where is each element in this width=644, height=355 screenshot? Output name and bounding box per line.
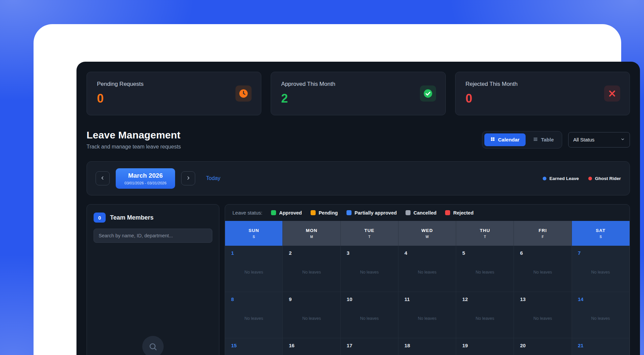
x-icon [604,85,620,102]
calendar-day-cell[interactable]: 17No leaves [341,338,398,355]
status-label: Pending [319,210,338,216]
day-label: SAT [596,228,605,233]
chevron-left-icon [100,175,105,182]
date-number: 6 [520,250,571,256]
calendar-day-cell[interactable]: 20No leaves [514,338,572,355]
legend-item-ghost-rider: Ghost Rider [588,176,621,181]
current-month-button[interactable]: March 2026 03/01/2026 - 03/31/2026 [116,168,175,189]
no-leaves-label: No leaves [283,270,340,275]
stat-value: 0 [97,92,251,106]
stat-card-pending: Pending Requests 0 [87,72,261,115]
app-window: Pending Requests 0 Approved This Month 2… [76,62,640,355]
calendar-day-cell[interactable]: 5No leaves [456,246,514,292]
status-filter-value: All Status [573,137,594,142]
calendar-day-cell[interactable]: 10No leaves [341,292,398,338]
device-frame: Pending Requests 0 Approved This Month 2… [34,24,621,355]
calendar-day-cell[interactable]: 21No leaves [572,338,630,355]
calendar-day-cell[interactable]: 18No leaves [398,338,456,355]
no-leaves-label: No leaves [225,316,282,321]
date-number: 10 [347,296,398,302]
pending-swatch-icon [311,210,316,215]
employee-search-input[interactable] [94,229,212,243]
next-month-button[interactable] [181,171,195,185]
no-leaves-label: No leaves [283,316,340,321]
no-leaves-label: No leaves [572,316,629,321]
calendar-day-cell[interactable]: 16No leaves [283,338,340,355]
calendar-day-cell[interactable]: 4No leaves [398,246,456,292]
chevron-down-icon [621,137,625,142]
day-label: FRI [539,228,547,233]
status-rejected: Rejected [445,210,473,216]
today-link[interactable]: Today [206,175,220,181]
day-header-sun: SUNS [225,221,283,246]
day-sub-label: W [426,235,429,239]
calendar-day-cell[interactable]: 12No leaves [456,292,514,338]
table-view-label: Table [541,137,554,142]
status-pending: Pending [311,210,338,216]
day-header-row: SUNS MONM TUET WEDW THUT FRIF SATS [225,221,630,246]
clock-icon [235,85,252,102]
day-header-sat: SATS [572,221,630,246]
empty-state: No employees found [94,336,212,355]
calendar-day-cell[interactable]: 9No leaves [283,292,340,338]
blue-dot-icon [543,177,546,180]
no-leaves-label: No leaves [398,316,456,321]
day-label: SUN [249,228,259,233]
calendar-day-cell[interactable]: 2No leaves [283,246,340,292]
day-sub-label: T [368,235,370,239]
calendar-day-cell[interactable]: 7No leaves [572,246,630,292]
no-leaves-label: No leaves [514,270,571,275]
list-icon [533,137,538,143]
check-circle-icon [420,85,436,102]
date-number: 16 [289,343,340,348]
calendar-day-cell[interactable]: 15No leaves [225,338,283,355]
team-count-badge: 0 [94,213,106,223]
date-number: 7 [578,250,629,256]
previous-month-button[interactable] [96,171,110,185]
page-header-text: Leave Management Track and manage team l… [87,129,181,150]
status-label: Partially approved [355,210,397,216]
no-leaves-label: No leaves [514,316,571,321]
date-number: 4 [405,250,456,256]
partially-approved-swatch-icon [346,210,352,215]
day-label: MON [306,228,318,233]
calendar-day-cell[interactable]: 19No leaves [456,338,514,355]
stats-row: Pending Requests 0 Approved This Month 2… [87,72,630,115]
month-controls: March 2026 03/01/2026 - 03/31/2026 Today [96,168,220,189]
view-toggle: Calendar Table [482,131,562,149]
no-leaves-label: No leaves [572,270,629,275]
month-range-label: 03/01/2026 - 03/31/2026 [124,181,166,185]
search-icon [142,336,164,355]
content-row: 0 Team Members No employees found Leave … [87,204,630,355]
date-number: 5 [462,250,514,256]
calendar-grid: 1No leaves 2No leaves 3No leaves 4No lea… [225,246,630,355]
calendar-day-cell[interactable]: 1No leaves [225,246,283,292]
team-panel-title: Team Members [110,214,154,221]
calendar-panel: Leave status: Approved Pending Partially… [225,204,630,355]
day-header-fri: FRIF [514,221,572,246]
table-view-button[interactable]: Table [527,133,560,146]
day-sub-label: S [253,235,255,239]
stat-card-rejected: Rejected This Month 0 [455,72,630,115]
date-number: 8 [231,296,282,302]
date-number: 18 [405,343,456,348]
date-number: 20 [520,343,571,348]
stat-value: 0 [466,92,620,106]
status-filter-select[interactable]: All Status [568,132,630,147]
no-leaves-label: No leaves [341,316,398,321]
calendar-day-cell[interactable]: 11No leaves [398,292,456,338]
no-leaves-label: No leaves [456,270,514,275]
legend-label: Earned Leave [549,176,579,181]
cancelled-swatch-icon [406,210,411,215]
calendar-day-cell[interactable]: 14No leaves [572,292,630,338]
calendar-day-cell[interactable]: 13No leaves [514,292,572,338]
calendar-day-cell[interactable]: 3No leaves [341,246,398,292]
calendar-day-cell[interactable]: 8No leaves [225,292,283,338]
status-cancelled: Cancelled [406,210,437,216]
calendar-view-button[interactable]: Calendar [484,133,526,146]
date-number: 1 [231,250,282,256]
date-number: 14 [578,296,629,302]
status-label: Rejected [453,210,473,216]
calendar-day-cell[interactable]: 6No leaves [514,246,572,292]
legend-label: Ghost Rider [595,176,621,181]
